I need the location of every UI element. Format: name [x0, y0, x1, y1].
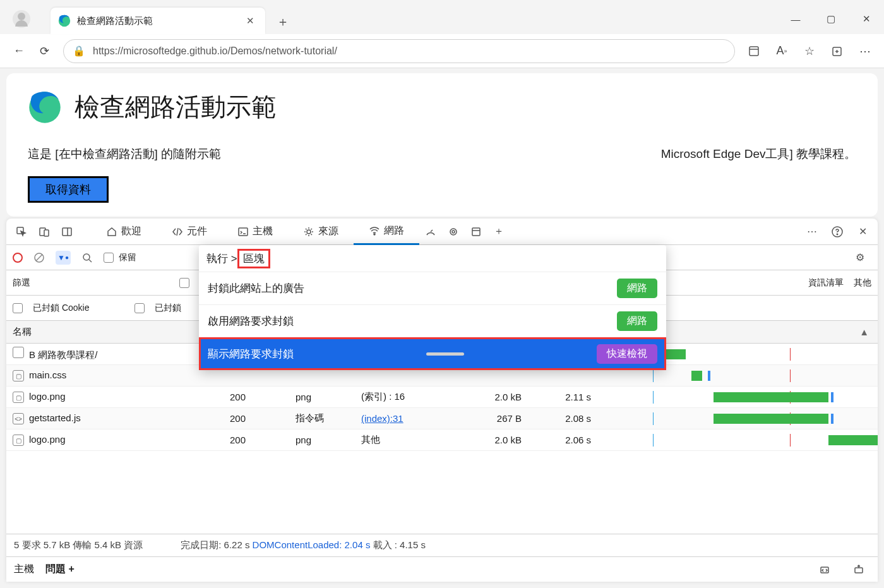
application-tab-icon[interactable] [465, 220, 487, 243]
blocked-cookies-checkbox[interactable] [13, 303, 23, 313]
memory-tab-icon[interactable] [442, 220, 465, 243]
lock-icon: 🔒 [73, 45, 85, 57]
table-row[interactable]: ▢logo.png200png其他2.0 kB2.06 s [6, 429, 878, 451]
devtools-drawer: 主機 問題 + [6, 556, 878, 582]
network-tab[interactable]: 網路 [354, 219, 419, 245]
refresh-button[interactable]: ⟳ [32, 39, 57, 64]
device-emulation-icon[interactable] [33, 220, 56, 243]
edge-icon [58, 15, 71, 27]
close-window-button[interactable]: ✕ [849, 6, 884, 32]
performance-tab-icon[interactable] [419, 220, 442, 243]
clear-button[interactable] [28, 246, 51, 269]
command-menu: 執行 > 區塊 封鎖此網站上的廣告網路啟用網路要求封鎖網路顯示網路要求封鎖快速檢… [199, 245, 666, 370]
drawer-console-tab[interactable]: 主機 [14, 563, 34, 576]
svg-rect-6 [44, 230, 49, 236]
svg-rect-8 [239, 228, 248, 236]
svg-point-11 [450, 229, 457, 235]
file-icon: ▢ [13, 435, 24, 446]
drawer-collapse-icon[interactable] [847, 558, 870, 581]
file-icon: ▢ [13, 370, 24, 381]
tab-title: 檢查網路活動示範 [77, 15, 241, 27]
more-tools-button[interactable]: ⋯ [801, 220, 823, 243]
col-name[interactable]: 名稱 [6, 326, 230, 338]
search-button[interactable] [76, 246, 99, 269]
blocked-cookies-label: 已封鎖 Cookie [33, 303, 89, 314]
page-text-right: Microsoft Edge Dev工具] 教學課程。 [661, 146, 856, 162]
command-menu-item[interactable]: 啟用網路要求封鎖網路 [199, 304, 666, 337]
svg-rect-1 [750, 47, 758, 56]
svg-point-10 [374, 234, 375, 235]
page-text-left: 這是 [在中檢查網路活動] 的隨附示範 [28, 146, 221, 162]
network-status-bar: 5 要求 5.7 kB 傳輸 5.4 kB 資源 完成日期: 6.22 s DO… [6, 534, 878, 556]
svg-point-15 [837, 234, 837, 234]
filter-label: 篩選 [13, 277, 30, 289]
command-category-pill: 網路 [617, 311, 657, 331]
command-menu-input[interactable]: 執行 > 區塊 [199, 245, 666, 272]
sources-tab[interactable]: 來源 [288, 219, 354, 245]
browser-titlebar: 檢查網路活動示範 ✕ ＋ — ▢ ✕ [0, 0, 884, 34]
minimize-button[interactable]: — [778, 6, 813, 32]
blocked-requests-checkbox[interactable] [134, 303, 145, 313]
browser-tab[interactable]: 檢查網路活動示範 ✕ [51, 8, 265, 34]
edge-logo-icon [28, 90, 62, 124]
get-data-button[interactable]: 取得資料 [28, 176, 109, 203]
favorites-icon[interactable]: ☆ [797, 39, 822, 64]
status-finish: 完成日期: 6.22 s DOMContentLoaded: 2.04 s 載入… [181, 539, 426, 551]
table-row[interactable]: ▢logo.png200png(索引) : 162.0 kB2.11 s [6, 387, 878, 408]
window-controls: — ▢ ✕ [778, 6, 884, 32]
network-settings-button[interactable]: ⚙ [849, 246, 871, 269]
blocked-requests-label: 已封鎖 [155, 303, 181, 314]
file-icon: <> [13, 413, 24, 424]
close-devtools-button[interactable]: ✕ [851, 220, 874, 243]
preserve-log-label: 保留 [119, 252, 136, 263]
command-menu-query-highlight: 區塊 [237, 249, 270, 268]
svg-point-12 [452, 231, 455, 233]
svg-point-17 [83, 254, 90, 260]
more-tabs-button[interactable]: ＋ [487, 220, 510, 243]
other-filter-label[interactable]: 其他 [854, 277, 871, 289]
profile-avatar[interactable] [13, 10, 30, 28]
page-content: 檢查網路活動示範 這是 [在中檢查網路活動] 的隨附示範 Microsoft E… [6, 73, 878, 217]
sort-arrow-icon: ▲ [859, 327, 869, 337]
read-aloud-icon[interactable]: A» [769, 39, 794, 64]
svg-rect-13 [472, 228, 480, 236]
status-requests: 5 要求 5.7 kB 傳輸 5.4 kB 資源 [14, 539, 143, 551]
preserve-log-checkbox[interactable] [104, 253, 114, 263]
address-bar: ← ⟳ 🔒 https://microsoftedge.github.io/De… [0, 34, 884, 68]
filter-toggle[interactable]: ▼● [56, 251, 71, 265]
url-text: https://microsoftedge.github.io/Demos/ne… [93, 45, 337, 57]
dock-side-icon[interactable] [56, 220, 78, 243]
new-tab-button[interactable]: ＋ [273, 11, 293, 32]
url-field[interactable]: 🔒 https://microsoftedge.github.io/Demos/… [63, 39, 735, 63]
command-category-pill: 網路 [617, 279, 657, 298]
menu-button[interactable]: ⋯ [852, 39, 878, 64]
command-menu-item[interactable]: 封鎖此網站上的廣告網路 [199, 272, 666, 304]
drawer-issues-tab[interactable]: 問題 + [45, 563, 75, 576]
invert-checkbox[interactable] [179, 278, 189, 288]
app-available-icon[interactable] [741, 39, 767, 64]
file-icon [13, 347, 24, 358]
console-tab[interactable]: 主機 [222, 219, 288, 245]
svg-rect-7 [63, 228, 71, 236]
command-category-pill: 快速檢視 [597, 344, 657, 364]
help-button[interactable] [826, 220, 849, 243]
record-button[interactable] [13, 253, 23, 263]
back-button[interactable]: ← [6, 39, 32, 64]
tab-close-button[interactable]: ✕ [241, 12, 259, 30]
devtools-tabstrip: 歡迎 元件 主機 來源 網路 ＋ ⋯ ✕ [6, 219, 878, 245]
file-icon: ▢ [13, 392, 24, 403]
command-menu-item[interactable]: 顯示網路要求封鎖快速檢視 [199, 337, 666, 370]
drawer-expand-icon[interactable] [813, 558, 836, 581]
maximize-button[interactable]: ▢ [813, 6, 849, 32]
svg-point-9 [307, 230, 311, 234]
drag-handle-icon [426, 352, 464, 356]
welcome-tab[interactable]: 歡迎 [91, 219, 157, 245]
inspect-element-icon[interactable] [10, 220, 33, 243]
page-title: 檢查網路活動示範 [75, 90, 277, 124]
collections-icon[interactable] [825, 39, 850, 64]
info-manifest-label[interactable]: 資訊清單 [808, 277, 844, 289]
table-row[interactable]: <>getstarted.js200指令碼(index):31267 B2.08… [6, 408, 878, 429]
elements-tab[interactable]: 元件 [157, 219, 222, 245]
svg-rect-19 [855, 568, 863, 573]
